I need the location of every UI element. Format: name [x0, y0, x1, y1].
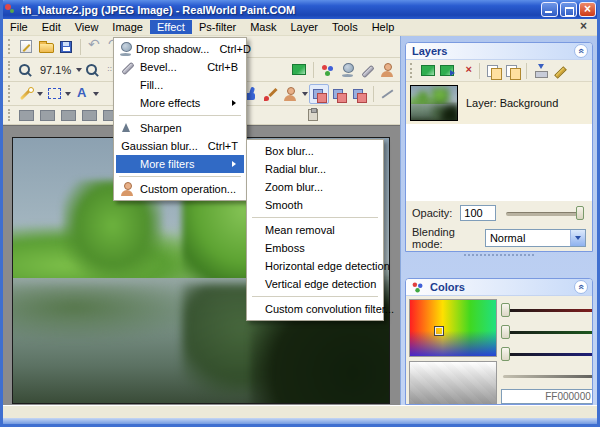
submenu-item-box-blur[interactable]: Box blur...	[249, 142, 381, 160]
zoom-out-button[interactable]	[16, 60, 36, 80]
portrait-button[interactable]	[378, 60, 398, 80]
menu-image[interactable]: Image	[105, 20, 150, 34]
menu-tools[interactable]: Tools	[325, 20, 365, 34]
wand-dropdown-icon[interactable]	[37, 92, 43, 99]
edit-layer-button[interactable]	[550, 62, 569, 80]
selection-tool-button[interactable]	[44, 84, 64, 104]
brightness-alpha-picker[interactable]	[409, 361, 497, 405]
collapse-chevron-icon[interactable]: «	[574, 280, 588, 294]
pen-icon	[552, 64, 568, 78]
color-swatch[interactable]	[61, 110, 76, 121]
toolbar-grip[interactable]	[8, 39, 13, 54]
document-close-icon[interactable]	[579, 22, 589, 32]
menu-effect[interactable]: Effect	[150, 20, 192, 34]
menu-item-fill[interactable]: Fill...	[116, 76, 244, 94]
menu-separator	[119, 115, 241, 116]
brush-tool-button[interactable]	[261, 84, 281, 104]
submenu-item-radial-blur[interactable]: Radial blur...	[249, 160, 381, 178]
submenu-item-zoom-blur[interactable]: Zoom blur...	[249, 178, 381, 196]
retouch-tool-button[interactable]	[281, 84, 301, 104]
blue-slider[interactable]	[501, 347, 593, 361]
green-slider-handle[interactable]	[501, 325, 510, 339]
menu-file[interactable]: File	[3, 20, 35, 34]
menu-edit[interactable]: Edit	[35, 20, 68, 34]
color-swatch[interactable]	[19, 110, 34, 121]
menu-mask[interactable]: Mask	[243, 20, 283, 34]
submenu-item-vertical-edge-detection[interactable]: Vertical edge detection	[249, 275, 381, 293]
hue-saturation-picker[interactable]	[409, 299, 497, 357]
menu-item-bevel[interactable]: Bevel... Ctrl+B	[116, 58, 244, 76]
drop-shadow-button[interactable]	[338, 60, 358, 80]
menu-view[interactable]: View	[68, 20, 106, 34]
red-slider[interactable]	[501, 303, 593, 317]
toolbar-grip[interactable]	[8, 109, 13, 122]
undo-button[interactable]	[85, 37, 105, 57]
person-icon	[380, 63, 396, 77]
alpha-slider[interactable]	[501, 369, 593, 383]
text-dropdown-icon[interactable]	[93, 92, 99, 99]
new-file-button[interactable]	[16, 37, 36, 57]
green-slider[interactable]	[501, 325, 593, 339]
blending-mode-select[interactable]: Normal	[485, 229, 586, 247]
menu-help[interactable]: Help	[365, 20, 402, 34]
submenu-item-smooth[interactable]: Smooth	[249, 196, 381, 214]
color-swatch[interactable]	[82, 110, 97, 121]
menu-item-more-filters[interactable]: More filters	[116, 155, 244, 173]
new-layer-button[interactable]	[418, 62, 437, 80]
selection-dropdown-icon[interactable]	[65, 92, 71, 99]
image-properties-button[interactable]	[289, 60, 309, 80]
menu-item-sharpen[interactable]: Sharpen	[116, 119, 244, 137]
hex-color-input[interactable]	[501, 389, 593, 404]
colorize-button[interactable]	[318, 60, 338, 80]
submenu-item-emboss[interactable]: Emboss	[249, 239, 381, 257]
zoom-level-value[interactable]: 97.1%	[36, 64, 75, 76]
opacity-slider[interactable]	[506, 206, 584, 220]
import-layer-button[interactable]	[437, 62, 456, 80]
menu-item-more-effects[interactable]: More effects	[116, 94, 244, 112]
submenu-item-horizontal-edge-detection[interactable]: Horizontal edge detection	[249, 257, 381, 275]
zoom-in-button[interactable]	[83, 60, 103, 80]
minimize-button[interactable]	[541, 2, 558, 17]
bevel-button[interactable]	[358, 60, 378, 80]
submenu-item-mean-removal[interactable]: Mean removal	[249, 221, 381, 239]
restore-button[interactable]	[560, 2, 577, 17]
merge-layer-button[interactable]	[531, 62, 550, 80]
color-picker-cursor[interactable]	[434, 326, 444, 336]
duplicate-layer-button[interactable]	[484, 62, 503, 80]
panel-resize-grip[interactable]	[464, 254, 534, 262]
menu-item-drop-shadow[interactable]: Drop shadow... Ctrl+D	[116, 40, 244, 58]
red-slider-handle[interactable]	[501, 303, 510, 317]
delete-layer-button[interactable]	[456, 62, 475, 80]
toolbar-grip[interactable]	[8, 61, 13, 77]
wand-tool-button[interactable]	[16, 84, 36, 104]
copy-layer-button[interactable]	[503, 62, 522, 80]
open-file-button[interactable]	[36, 37, 56, 57]
color-swatch[interactable]	[40, 110, 55, 121]
collapse-chevron-icon[interactable]: «	[574, 44, 588, 58]
line-tool-button[interactable]	[378, 84, 398, 104]
layers-panel-header[interactable]: Layers «	[406, 43, 592, 60]
colors-panel-header[interactable]: Colors «	[406, 279, 592, 296]
toolbar-grip[interactable]	[8, 85, 13, 101]
layer-mode-button-1[interactable]	[309, 84, 329, 104]
submenu-item-custom-convolution-filter[interactable]: Custom convolution filter...	[249, 300, 381, 318]
save-button[interactable]	[56, 37, 76, 57]
blue-slider-handle[interactable]	[501, 347, 510, 361]
menu-ps-filter[interactable]: Ps-filter	[192, 20, 243, 34]
layer-row-background[interactable]: Layer: Background	[406, 82, 592, 124]
layer-mode-button-3[interactable]	[349, 84, 369, 104]
zoom-dropdown-icon[interactable]	[76, 68, 82, 75]
menu-layer[interactable]: Layer	[283, 20, 325, 34]
paste-button[interactable]	[302, 105, 322, 125]
text-tool-button[interactable]	[72, 84, 92, 104]
menu-item-gaussian-blur[interactable]: Gaussian blur... Ctrl+T	[116, 137, 244, 155]
chevron-down-icon[interactable]	[570, 230, 585, 246]
titlebar[interactable]: th_Nature2.jpg (JPEG Image) - RealWorld …	[0, 0, 600, 19]
retouch-dropdown-icon[interactable]	[302, 92, 308, 99]
opacity-slider-handle[interactable]	[576, 206, 584, 220]
layer-mode-button-2[interactable]	[329, 84, 349, 104]
toolbar-grip[interactable]	[410, 63, 415, 78]
close-button[interactable]	[579, 2, 596, 17]
menu-item-custom-operation[interactable]: Custom operation...	[116, 180, 244, 198]
opacity-input[interactable]	[460, 205, 496, 221]
